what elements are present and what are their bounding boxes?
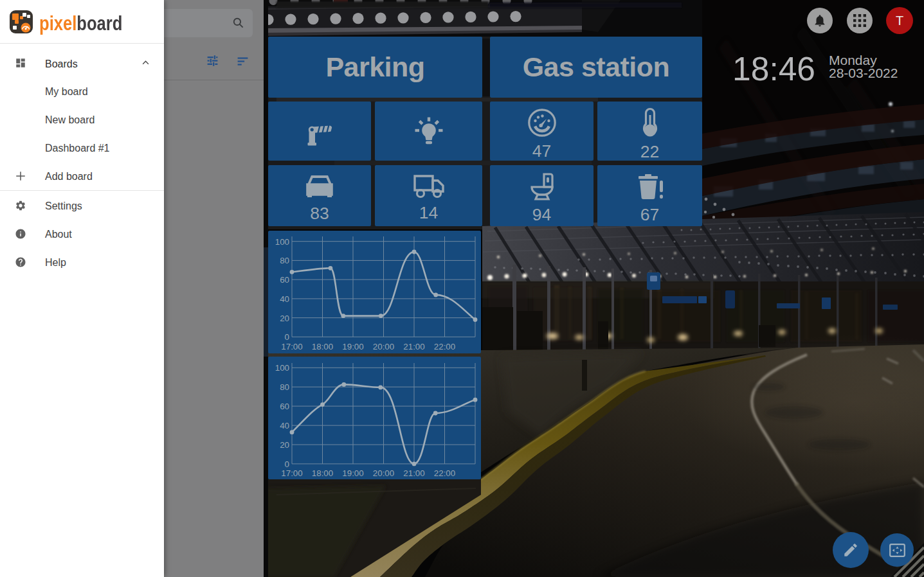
svg-text:18:00: 18:00 xyxy=(312,468,333,478)
svg-text:18:00: 18:00 xyxy=(312,342,333,351)
svg-text:0: 0 xyxy=(285,459,289,469)
svg-text:0: 0 xyxy=(285,332,289,342)
svg-text:80: 80 xyxy=(280,382,289,392)
svg-text:17:00: 17:00 xyxy=(281,342,302,351)
svg-text:17:00: 17:00 xyxy=(281,468,302,478)
svg-text:60: 60 xyxy=(280,275,289,285)
svg-text:20:00: 20:00 xyxy=(373,468,394,478)
svg-text:20: 20 xyxy=(280,440,289,450)
svg-text:40: 40 xyxy=(280,294,289,304)
svg-text:22:00: 22:00 xyxy=(434,342,455,351)
svg-text:19:00: 19:00 xyxy=(342,342,363,351)
svg-text:22:00: 22:00 xyxy=(434,468,455,478)
svg-text:80: 80 xyxy=(280,256,289,265)
svg-text:40: 40 xyxy=(280,421,289,431)
svg-text:21:00: 21:00 xyxy=(403,342,424,351)
svg-text:20: 20 xyxy=(280,314,289,323)
svg-text:19:00: 19:00 xyxy=(342,468,363,478)
svg-text:21:00: 21:00 xyxy=(403,468,424,478)
svg-text:100: 100 xyxy=(275,237,289,247)
svg-text:100: 100 xyxy=(275,363,289,373)
svg-text:60: 60 xyxy=(280,402,289,411)
svg-text:20:00: 20:00 xyxy=(373,342,394,351)
